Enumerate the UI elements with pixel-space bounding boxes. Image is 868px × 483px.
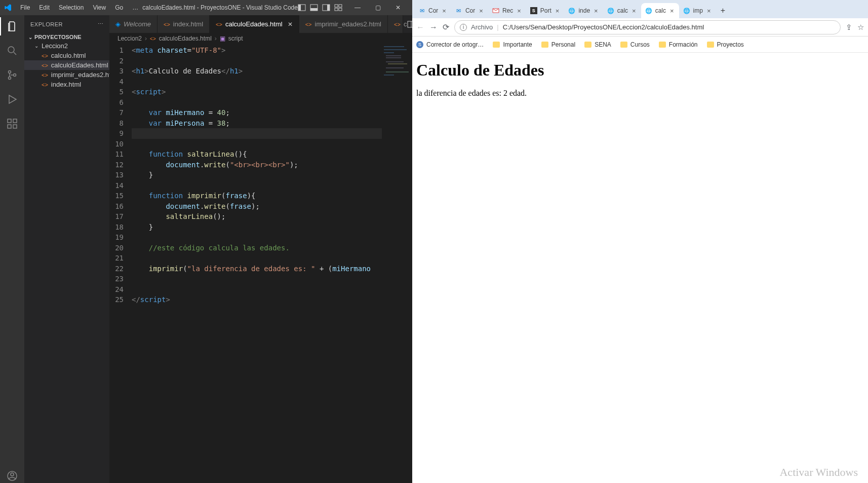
bookmark-label: Cursos (630, 41, 650, 48)
separator: | (497, 23, 498, 31)
html-file-icon: <> (394, 21, 401, 27)
menu-file[interactable]: File (16, 2, 34, 13)
extensions-activity-icon[interactable] (5, 117, 19, 131)
browser-tab[interactable]: 🌐inde× (564, 3, 603, 18)
site-info-icon[interactable]: i (460, 24, 467, 31)
breadcrumb-item[interactable]: Leccion2 (117, 35, 142, 42)
bookmark-item[interactable]: SCorrector de ortogr… (416, 41, 484, 48)
customize-layout-icon[interactable] (334, 4, 342, 12)
browser-tab[interactable]: 🌐imp× (679, 3, 716, 18)
toggle-panel-icon[interactable] (310, 4, 318, 12)
chevron-down-icon: ⌄ (34, 43, 40, 49)
browser-tab[interactable]: 🌐calc× (603, 3, 641, 18)
source-control-activity-icon[interactable] (5, 68, 19, 82)
bookmark-item[interactable]: Formación (659, 41, 698, 48)
tab-welcome[interactable]: ◈Welcome (109, 15, 157, 33)
browser-tab[interactable]: ✉Cor× (451, 3, 488, 18)
explorer-more-icon[interactable]: ⋯ (98, 21, 104, 27)
folder-icon (584, 42, 591, 48)
folder-icon (659, 42, 666, 48)
html-file-icon: <> (164, 21, 170, 27)
editor-row: 1234567891011121314151617181920212223242… (109, 44, 412, 483)
bookmark-label: Formación (669, 41, 698, 48)
bookmark-item[interactable]: Importante (493, 41, 532, 48)
forward-button[interactable]: → (429, 23, 438, 32)
close-icon[interactable]: × (706, 7, 712, 15)
vscode-icon: ◈ (115, 20, 121, 28)
tab-c[interactable]: <>c (388, 15, 403, 33)
back-button[interactable]: ← (416, 23, 424, 32)
new-tab-button[interactable]: + (716, 6, 730, 18)
chevron-right-icon: › (145, 35, 147, 42)
minimap[interactable] (382, 44, 412, 483)
svg-rect-31 (386, 71, 409, 72)
reload-button[interactable]: ⟳ (443, 22, 449, 32)
bookmark-label: SENA (595, 41, 611, 48)
maximize-button[interactable]: ▢ (368, 4, 388, 11)
bookmark-item[interactable]: Cursos (620, 41, 650, 48)
svg-rect-3 (310, 8, 318, 11)
tab-label: calculoEdades.html (225, 20, 283, 28)
project-header[interactable]: ⌄ PROYECTOSONE (24, 33, 109, 41)
tab-index[interactable]: <>index.html (157, 15, 210, 33)
search-activity-icon[interactable] (5, 44, 19, 58)
tab-label: calc (617, 7, 628, 14)
browser-tab[interactable]: Rec× (488, 3, 526, 18)
vscode-logo-icon (4, 4, 12, 12)
bookmark-item[interactable]: Personal (541, 41, 575, 48)
code-editor[interactable]: 1234567891011121314151617181920212223242… (109, 44, 382, 483)
close-icon[interactable]: × (555, 7, 561, 15)
close-icon[interactable]: × (516, 7, 522, 15)
close-icon[interactable]: × (478, 7, 484, 15)
address-bar: ← → ⟳ i Archivo | C:/Users/Sena/Desktop/… (412, 18, 868, 36)
close-button[interactable]: ✕ (388, 4, 408, 11)
toggle-primary-sidebar-icon[interactable] (298, 4, 306, 12)
menu-go[interactable]: Go (111, 2, 127, 13)
browser-tabs: ✉Cor× ✉Cor× Rec× SPort× 🌐inde× 🌐calc× 🌐c… (412, 0, 868, 18)
menu-edit[interactable]: Edit (35, 2, 54, 13)
explorer-activity-icon[interactable] (5, 19, 19, 33)
file-label: index.html (51, 81, 81, 88)
menu-more[interactable]: … (128, 2, 142, 13)
breadcrumb-item[interactable]: calculoEdades.html (159, 35, 212, 42)
file-item[interactable]: <>calculoEdades.html (24, 60, 109, 70)
folder-leccion2[interactable]: ⌄ Leccion2 (24, 41, 109, 51)
close-icon[interactable]: × (441, 7, 447, 15)
bookmark-label: Personal (551, 41, 575, 48)
bookmark-item[interactable]: Proyectos (707, 41, 744, 48)
run-debug-activity-icon[interactable] (5, 92, 19, 106)
url-input[interactable]: i Archivo | C:/Users/Sena/Desktop/Proyec… (454, 20, 841, 34)
minimize-button[interactable]: — (347, 4, 368, 11)
html-file-icon: <> (150, 36, 156, 42)
breadcrumb-item[interactable]: script (228, 35, 243, 42)
close-icon[interactable]: × (631, 7, 637, 15)
bookmark-star-icon[interactable]: ☆ (857, 23, 864, 32)
close-icon[interactable]: × (593, 7, 599, 15)
browser-tab[interactable]: SPort× (526, 3, 565, 18)
folder-icon (620, 42, 627, 48)
menu-view[interactable]: View (89, 2, 110, 13)
split-editor-icon[interactable] (407, 20, 412, 28)
bookmark-item[interactable]: SENA (584, 41, 611, 48)
code-content[interactable]: <meta charset="UTF-8"> <h1>Calculo de Ed… (132, 44, 382, 483)
symbol-icon: ▣ (220, 35, 225, 42)
file-item[interactable]: <>calculo.html (24, 51, 109, 60)
menu-selection[interactable]: Selection (55, 2, 88, 13)
breadcrumb[interactable]: Leccion2 › <> calculoEdades.html › ▣ scr… (109, 33, 412, 44)
close-icon[interactable]: × (669, 7, 675, 15)
share-icon[interactable]: ⇪ (846, 23, 852, 32)
close-icon[interactable]: ✕ (288, 21, 293, 28)
svg-rect-18 (13, 119, 17, 123)
favicon-icon: S (530, 7, 537, 14)
tab-imprimir[interactable]: <>imprimir_edades2.html (299, 15, 388, 33)
file-item[interactable]: <>index.html (24, 80, 109, 89)
browser-tab[interactable]: ✉Cor× (414, 3, 451, 18)
browser-tab[interactable]: 🌐calc× (641, 3, 679, 18)
layout-controls (298, 4, 342, 12)
toggle-secondary-sidebar-icon[interactable] (322, 4, 330, 12)
tab-calculoedades[interactable]: <>calculoEdades.html✕ (210, 15, 299, 33)
menu-bar: File Edit Selection View Go … (16, 2, 142, 13)
accounts-activity-icon[interactable] (5, 469, 19, 483)
svg-point-13 (9, 77, 11, 80)
file-item[interactable]: <>imprimir_edades2.html (24, 70, 109, 80)
